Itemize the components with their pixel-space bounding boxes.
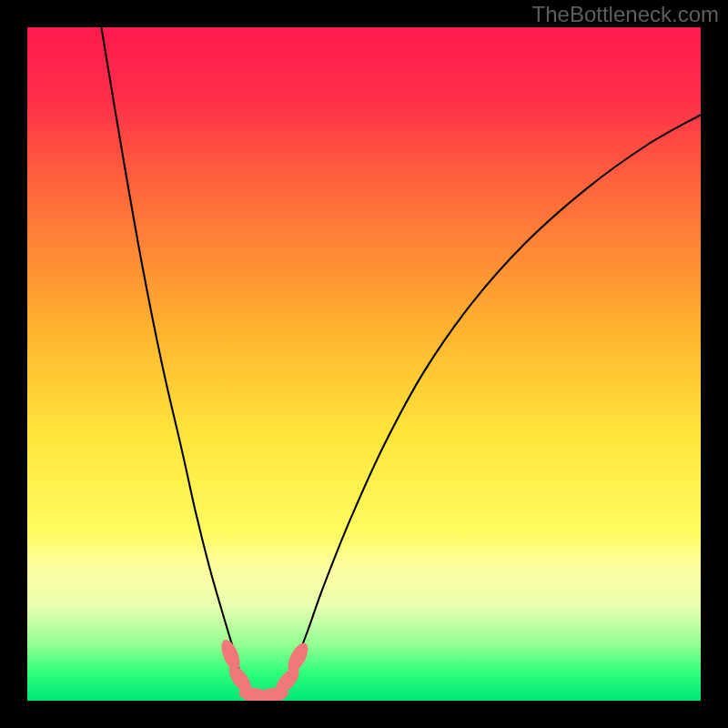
- bottleneck-chart: [27, 27, 701, 701]
- watermark-text: TheBottleneck.com: [532, 2, 719, 27]
- chart-frame: TheBottleneck.com: [0, 0, 728, 728]
- gradient-background: [27, 27, 701, 701]
